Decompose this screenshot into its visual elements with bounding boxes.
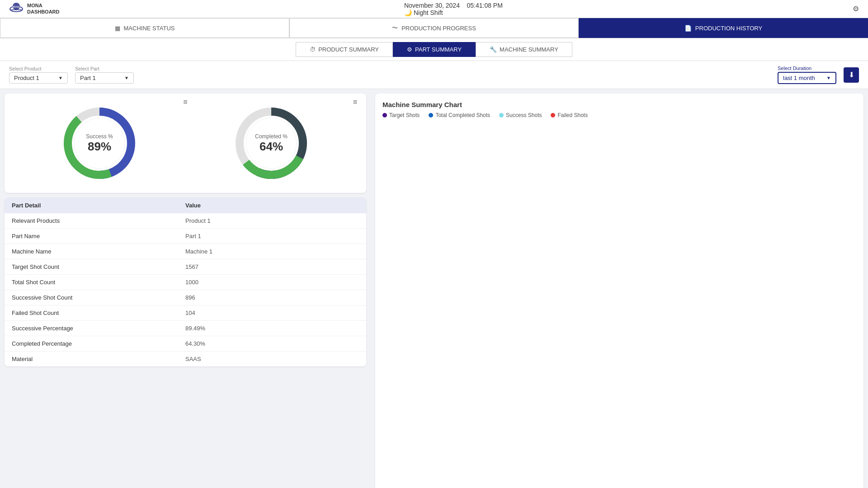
svg-point-67 xyxy=(551,230,554,233)
header-datetime: November 30, 2024 05:41:08 PM 🌙 Night Sh… xyxy=(404,2,508,16)
sub-tab-machine-summary[interactable]: 🔧 MACHINE SUMMARY xyxy=(476,42,572,57)
svg-text:Week 2: Week 2 xyxy=(544,461,561,466)
table-cell-detail: Material xyxy=(12,356,185,362)
sub-tab-product-summary[interactable]: ⏱ PRODUCT SUMMARY xyxy=(296,42,393,57)
logo: MONA DASHBOARD MONADASHBOARD xyxy=(9,2,60,16)
tab-production-progress[interactable]: 〜 PRODUCTION PROGRESS xyxy=(289,18,579,38)
svg-point-73 xyxy=(841,310,844,313)
table-cell-detail: Part Name xyxy=(12,233,185,239)
duration-select-value: last 1 month xyxy=(783,75,815,81)
gauges-row: ≡ ≡ Success % xyxy=(5,94,366,193)
download-button[interactable]: ⬇ xyxy=(844,67,859,83)
part-detail-table: Part Detail Value Relevant ProductsProdu… xyxy=(5,197,366,366)
svg-text:100: 100 xyxy=(396,381,405,387)
table-cell-value: Machine 1 xyxy=(185,248,359,255)
svg-text:318: 318 xyxy=(693,216,702,221)
table-cell-value: 896 xyxy=(185,294,359,301)
svg-text:300: 300 xyxy=(396,237,405,243)
completed-gauge: Completed % 64% xyxy=(231,103,312,184)
table-cell-detail: Machine Name xyxy=(12,248,185,255)
filters-bar: Select Product Product 1 ▼ Select Part P… xyxy=(0,61,868,89)
svg-text:MONA: MONA xyxy=(13,5,20,8)
sub-nav: ⏱ PRODUCT SUMMARY ⚙ PART SUMMARY 🔧 MACHI… xyxy=(0,38,868,61)
table-cell-detail: Successive Percentage xyxy=(12,325,185,332)
table-cell-value: Product 1 xyxy=(185,217,359,224)
svg-text:0: 0 xyxy=(402,454,405,459)
nav-tabs: ▦ MACHINE STATUS 〜 PRODUCTION PROGRESS 📄… xyxy=(0,18,868,38)
svg-point-40 xyxy=(406,150,409,153)
table-cell-value: SAAS xyxy=(185,356,359,362)
header-time: 05:41:08 PM xyxy=(467,2,502,9)
svg-point-52 xyxy=(406,278,409,282)
chart-container: Machine Summary Chart Target ShotsTotal … xyxy=(375,94,863,488)
completed-label: Completed % xyxy=(255,133,288,140)
svg-text:312: 312 xyxy=(548,220,557,225)
svg-point-46 xyxy=(696,225,699,229)
tab-production-history[interactable]: 📄 PRODUCTION HISTORY xyxy=(579,18,868,38)
part-select[interactable]: Part 1 ▼ xyxy=(75,72,134,84)
completed-donut-wrapper: Completed % 64% xyxy=(231,103,312,184)
header-date: November 30, 2024 xyxy=(404,2,460,9)
svg-text:200: 200 xyxy=(396,310,405,315)
machine-status-icon: ▦ xyxy=(115,25,120,32)
svg-point-76 xyxy=(406,436,409,440)
left-panel: ≡ ≡ Success % xyxy=(0,89,371,488)
success-donut-center: Success % 89% xyxy=(86,133,113,154)
legend-item: Failed Shots xyxy=(551,112,588,118)
chart-title: Machine Summary Chart xyxy=(382,101,856,108)
svg-text:181: 181 xyxy=(693,314,702,320)
completed-value: 64% xyxy=(255,140,288,154)
legend-item: Total Completed Shots xyxy=(429,112,490,118)
sub-tab-part-summary[interactable]: ⚙ PART SUMMARY xyxy=(393,42,476,57)
legend-dot xyxy=(382,113,387,117)
main-content: ≡ ≡ Success % xyxy=(0,89,868,488)
settings-icon[interactable]: ⚙ xyxy=(853,5,859,13)
svg-text:230: 230 xyxy=(839,279,847,285)
success-label: Success % xyxy=(86,133,113,140)
svg-point-70 xyxy=(696,337,699,341)
table-cell-value: 89.49% xyxy=(185,325,359,332)
table-col1-header: Part Detail xyxy=(12,202,185,209)
part-filter-label: Select Part xyxy=(75,66,134,71)
table-cell-value: 104 xyxy=(185,310,359,316)
svg-text:Product Count: Product Count xyxy=(384,277,390,311)
svg-text:448: 448 xyxy=(839,138,847,144)
gauges-menu-icon[interactable]: ≡ xyxy=(183,98,187,106)
table-cell-detail: Total Shot Count xyxy=(12,279,185,286)
svg-text:163: 163 xyxy=(693,328,702,333)
svg-text:DASHBOARD: DASHBOARD xyxy=(10,9,22,11)
svg-point-49 xyxy=(841,131,844,135)
tab-machine-status[interactable]: ▦ MACHINE STATUS xyxy=(0,18,289,38)
chart-legend: Target ShotsTotal Completed ShotsSuccess… xyxy=(382,112,856,118)
legend-label: Target Shots xyxy=(389,112,420,118)
svg-point-55 xyxy=(551,206,554,210)
legend-item: Success Shots xyxy=(499,112,542,118)
product-select[interactable]: Product 1 ▼ xyxy=(9,72,68,84)
table-cell-detail: Completed Percentage xyxy=(12,340,185,347)
table-row: Successive Percentage89.49% xyxy=(5,321,366,336)
production-history-icon: 📄 xyxy=(684,25,692,32)
svg-text:423: 423 xyxy=(403,140,411,145)
duration-filter-label: Select Duration xyxy=(778,66,836,71)
svg-text:Week 4: Week 4 xyxy=(834,461,851,466)
svg-text:350: 350 xyxy=(396,202,405,207)
svg-text:Week 1: Week 1 xyxy=(399,461,415,466)
legend-dot xyxy=(499,113,504,117)
gauges-menu-icon-right[interactable]: ≡ xyxy=(353,98,357,106)
completed-donut-center: Completed % 64% xyxy=(255,133,288,154)
table-cell-value: 64.30% xyxy=(185,340,359,347)
chart-area: 050100150200250300350400450Week 1Week 2W… xyxy=(382,123,856,479)
table-row: Target Shot Count1567 xyxy=(5,259,366,275)
legend-item: Target Shots xyxy=(382,112,420,118)
svg-text:50: 50 xyxy=(399,418,405,423)
product-select-arrow: ▼ xyxy=(58,75,63,80)
svg-text:Week 3: Week 3 xyxy=(689,461,706,466)
table-header: Part Detail Value xyxy=(5,197,366,213)
table-row: Machine NameMachine 1 xyxy=(5,244,366,259)
legend-dot xyxy=(551,113,555,117)
table-cell-value: 1567 xyxy=(185,263,359,270)
production-progress-icon: 〜 xyxy=(392,24,398,32)
duration-select[interactable]: last 1 month ▼ xyxy=(778,72,836,84)
table-cell-value: 1000 xyxy=(185,279,359,286)
svg-text:378: 378 xyxy=(548,173,557,178)
